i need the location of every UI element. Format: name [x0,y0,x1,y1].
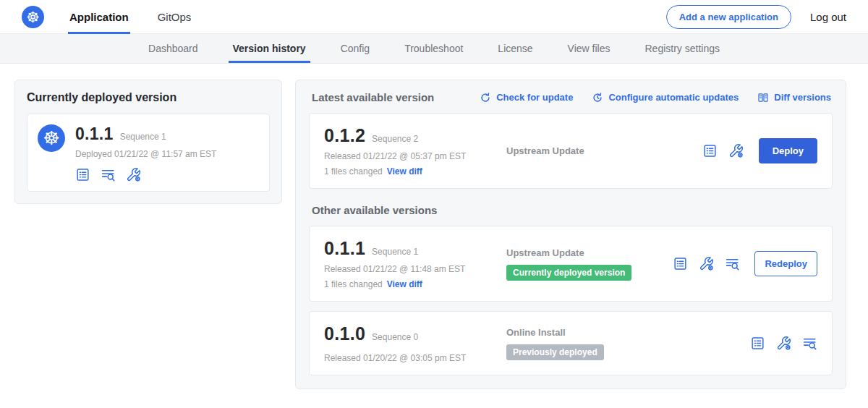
edit-config-icon[interactable] [728,143,744,158]
deployed-timestamp: Deployed 01/21/22 @ 11:57 am EST [75,149,216,159]
latest-version-released: Released 01/21/22 @ 05:37 pm EST [324,151,506,161]
edit-config-icon[interactable] [126,167,141,182]
edit-config-icon[interactable] [776,336,791,351]
configure-automatic-updates-label: Configure automatic updates [608,92,739,103]
view-files-icon[interactable] [725,256,740,271]
deployed-sequence: Sequence 1 [120,132,166,142]
subnav-view-files[interactable]: View files [550,34,628,63]
version-source-block: Upstream Update Currently deployed versi… [506,247,673,281]
deployed-version-row: 0.1.1 Sequence 1 [75,124,216,144]
diff-versions-label: Diff versions [774,92,831,103]
edit-config-icon[interactable] [699,256,714,271]
latest-version-header: Latest available version Check for updat… [309,91,833,103]
version-actions: Redeploy [673,251,817,276]
version-source: Online Install [506,327,750,338]
deployed-version-card: ☸ 0.1.1 Sequence 1 Deployed 01/21/22 @ 1… [27,114,270,192]
subnav-troubleshoot-label: Troubleshoot [404,43,463,54]
latest-files-changed: 1 files changed [324,166,383,177]
version-sequence: Sequence 0 [372,332,418,342]
release-notes-icon[interactable] [750,336,765,351]
currently-deployed-panel: Currently deployed version ☸ 0.1.1 Seque… [14,80,282,204]
subnav-dashboard[interactable]: Dashboard [131,34,216,63]
kubernetes-logo-icon: ☸ [22,6,44,28]
auto-update-clock-icon [592,92,603,103]
version-info: 0.1.1 Sequence 1 Released 01/21/22 @ 11:… [324,238,506,289]
version-number: 0.1.0 [324,323,365,344]
main-content: Currently deployed version ☸ 0.1.1 Seque… [0,64,868,389]
refresh-icon [480,92,491,103]
version-header-actions: Check for update Configure automatic upd… [480,92,831,103]
version-row: 0.1.1 Sequence 1 [324,238,506,259]
kubernetes-wheel-glyph: ☸ [43,129,59,148]
currently-deployed-badge: Currently deployed version [506,265,631,281]
latest-view-diff-link[interactable]: View diff [387,166,422,177]
subnav-registry-settings[interactable]: Registry settings [628,34,737,63]
latest-version-sequence: Sequence 2 [372,134,418,144]
subnav-version-history-label: Version history [233,43,306,54]
version-history-panel: Latest available version Check for updat… [295,80,846,389]
view-files-icon[interactable] [101,167,116,182]
latest-version-actions: Deploy [702,138,817,163]
app-header: ☸ Application GitOps Add a new applicati… [0,0,868,34]
latest-version-info: 0.1.2 Sequence 2 Released 01/21/22 @ 05:… [324,125,506,177]
subnav-config[interactable]: Config [323,34,387,63]
version-card-0-1-1: 0.1.1 Sequence 1 Released 01/21/22 @ 11:… [309,226,833,302]
check-for-update-link[interactable]: Check for update [480,92,573,103]
version-row: 0.1.0 Sequence 0 [324,323,506,344]
version-info: 0.1.0 Sequence 0 Released 01/20/22 @ 03:… [324,323,506,363]
tab-application[interactable]: Application [68,0,130,34]
view-diff-link[interactable]: View diff [387,279,422,289]
other-versions-title: Other available versions [312,204,833,216]
release-notes-icon[interactable] [673,256,688,271]
configure-automatic-updates-link[interactable]: Configure automatic updates [592,92,739,103]
latest-version-number: 0.1.2 [324,125,365,146]
logout-button[interactable]: Log out [810,11,846,23]
deploy-button[interactable]: Deploy [759,138,817,163]
tab-gitops-label: GitOps [158,11,192,23]
diff-versions-link[interactable]: Diff versions [757,92,831,103]
view-files-icon[interactable] [802,336,817,351]
version-source-block: Online Install Previously deployed [506,327,750,360]
deployed-version-number: 0.1.1 [75,124,114,144]
app-subnav: Dashboard Version history Config Trouble… [0,34,868,64]
release-notes-icon[interactable] [75,167,90,182]
deployed-actions [75,167,216,182]
subnav-version-history[interactable]: Version history [216,34,323,63]
latest-version-source-block: Upstream Update [506,145,702,156]
version-card-0-1-0: 0.1.0 Sequence 0 Released 01/20/22 @ 03:… [309,311,833,375]
files-changed: 1 files changed [324,279,383,289]
check-for-update-label: Check for update [496,92,573,103]
subnav-view-files-label: View files [568,43,610,54]
version-card-latest: 0.1.2 Sequence 2 Released 01/21/22 @ 05:… [309,113,833,189]
deployed-version-info: 0.1.1 Sequence 1 Deployed 01/21/22 @ 11:… [75,124,216,182]
subnav-registry-settings-label: Registry settings [645,43,720,54]
latest-version-row: 0.1.2 Sequence 2 [324,125,506,146]
previously-deployed-badge: Previously deployed [506,344,604,360]
version-number: 0.1.1 [324,238,365,259]
subnav-config-label: Config [341,43,370,54]
version-source: Upstream Update [506,247,673,258]
redeploy-button[interactable]: Redeploy [754,251,817,276]
version-released: Released 01/20/22 @ 03:05 pm EST [324,353,506,363]
header-tabs: Application GitOps [68,0,218,34]
latest-version-files-row: 1 files changedView diff [324,166,506,177]
version-sequence: Sequence 1 [372,247,418,257]
subnav-license[interactable]: License [480,34,550,63]
tab-gitops[interactable]: GitOps [156,0,193,34]
diff-icon [757,92,769,103]
add-application-button[interactable]: Add a new application [666,5,791,29]
subnav-troubleshoot[interactable]: Troubleshoot [387,34,480,63]
subnav-license-label: License [498,43,532,54]
header-right: Add a new application Log out [666,5,846,29]
subnav-dashboard-label: Dashboard [148,43,198,54]
latest-version-source: Upstream Update [506,145,702,156]
version-files-row: 1 files changedView diff [324,279,506,289]
release-notes-icon[interactable] [702,143,718,158]
kubernetes-app-icon: ☸ [38,124,65,152]
currently-deployed-title: Currently deployed version [27,91,270,104]
version-actions [750,336,817,351]
version-released: Released 01/21/22 @ 11:48 am EST [324,264,506,274]
latest-version-title: Latest available version [312,91,434,103]
tab-application-label: Application [69,11,129,23]
kubernetes-wheel-glyph: ☸ [26,9,40,25]
